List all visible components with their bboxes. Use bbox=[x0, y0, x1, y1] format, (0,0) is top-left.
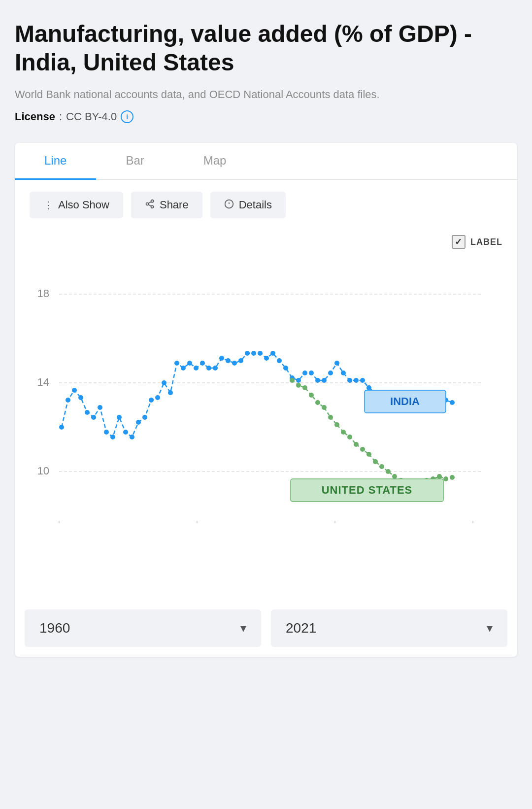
svg-point-37 bbox=[181, 366, 186, 371]
svg-point-30 bbox=[136, 420, 141, 425]
svg-point-47 bbox=[245, 351, 250, 356]
svg-point-62 bbox=[341, 371, 346, 375]
svg-point-46 bbox=[238, 358, 243, 363]
svg-point-107 bbox=[450, 475, 455, 480]
svg-point-60 bbox=[328, 371, 333, 375]
svg-point-52 bbox=[277, 358, 282, 363]
svg-point-98 bbox=[392, 474, 397, 479]
license-row: License : CC BY-4.0 i bbox=[15, 110, 517, 123]
also-show-button[interactable]: ⋮ Also Show bbox=[30, 192, 123, 218]
svg-point-97 bbox=[386, 469, 391, 474]
svg-point-95 bbox=[373, 459, 378, 464]
line-chart: 18 14 10 bbox=[30, 255, 502, 590]
svg-point-63 bbox=[347, 378, 352, 383]
details-label: Details bbox=[239, 199, 272, 211]
svg-point-65 bbox=[360, 378, 365, 383]
svg-point-61 bbox=[334, 361, 339, 366]
svg-point-94 bbox=[366, 452, 371, 457]
tab-line[interactable]: Line bbox=[15, 143, 96, 180]
tab-map[interactable]: Map bbox=[174, 143, 256, 180]
svg-point-38 bbox=[187, 361, 192, 366]
svg-text:10: 10 bbox=[37, 465, 49, 477]
svg-point-32 bbox=[149, 398, 154, 403]
details-icon bbox=[224, 199, 234, 211]
svg-point-26 bbox=[110, 435, 115, 439]
svg-line-3 bbox=[148, 204, 151, 206]
start-year-value: 1960 bbox=[39, 620, 70, 636]
svg-point-55 bbox=[296, 378, 301, 383]
details-button[interactable]: Details bbox=[210, 192, 286, 218]
svg-point-91 bbox=[347, 435, 352, 439]
svg-point-85 bbox=[309, 393, 314, 398]
svg-point-35 bbox=[168, 390, 173, 395]
end-year-select[interactable]: 2021 ▾ bbox=[271, 609, 507, 647]
svg-point-36 bbox=[174, 361, 179, 366]
svg-text:INDIA: INDIA bbox=[390, 395, 420, 407]
info-icon[interactable]: i bbox=[121, 110, 133, 123]
svg-point-89 bbox=[334, 422, 339, 427]
share-icon bbox=[145, 199, 155, 211]
page-subtitle: World Bank national accounts data, and O… bbox=[15, 86, 517, 102]
label-toggle: ✓ LABEL bbox=[452, 235, 502, 249]
also-show-label: Also Show bbox=[58, 199, 109, 211]
svg-point-96 bbox=[379, 464, 384, 469]
svg-point-39 bbox=[194, 366, 199, 371]
chart-card: Line Bar Map ⋮ Also Show Share Detai bbox=[15, 143, 517, 657]
svg-point-57 bbox=[309, 371, 314, 375]
also-show-icon: ⋮ bbox=[43, 199, 53, 211]
svg-line-4 bbox=[148, 202, 151, 203]
svg-point-24 bbox=[98, 405, 102, 410]
end-year-value: 2021 bbox=[286, 620, 316, 636]
svg-point-92 bbox=[354, 442, 359, 447]
svg-point-105 bbox=[437, 474, 442, 479]
svg-point-33 bbox=[155, 395, 160, 400]
start-year-arrow-icon: ▾ bbox=[240, 621, 246, 635]
svg-text:UNITED STATES: UNITED STATES bbox=[322, 484, 413, 496]
svg-point-19 bbox=[66, 398, 70, 403]
svg-point-43 bbox=[219, 356, 224, 361]
svg-text:18: 18 bbox=[37, 287, 49, 300]
svg-point-79 bbox=[450, 400, 455, 405]
svg-point-58 bbox=[315, 378, 320, 383]
svg-point-82 bbox=[290, 378, 295, 383]
svg-point-27 bbox=[117, 415, 122, 420]
svg-point-106 bbox=[443, 476, 448, 481]
tab-bar-chart[interactable]: Bar bbox=[96, 143, 173, 180]
svg-point-51 bbox=[270, 351, 275, 356]
svg-point-40 bbox=[200, 361, 205, 366]
svg-point-41 bbox=[206, 366, 211, 371]
svg-point-44 bbox=[226, 358, 231, 363]
svg-point-86 bbox=[315, 400, 320, 405]
start-year-select[interactable]: 1960 ▾ bbox=[25, 609, 261, 647]
svg-point-23 bbox=[91, 415, 96, 420]
svg-point-0 bbox=[151, 200, 153, 202]
svg-point-53 bbox=[283, 366, 288, 371]
toolbar: ⋮ Also Show Share Details bbox=[15, 180, 517, 230]
svg-point-45 bbox=[232, 361, 237, 366]
share-button[interactable]: Share bbox=[131, 192, 202, 218]
svg-point-25 bbox=[104, 430, 109, 435]
svg-point-88 bbox=[328, 415, 333, 420]
svg-point-66 bbox=[366, 385, 371, 390]
page-title: Manufacturing, value added (% of GDP) - … bbox=[15, 20, 517, 76]
svg-point-49 bbox=[258, 351, 263, 356]
svg-point-87 bbox=[322, 405, 327, 410]
svg-point-64 bbox=[354, 378, 359, 383]
svg-point-83 bbox=[296, 383, 301, 388]
end-year-arrow-icon: ▾ bbox=[487, 621, 493, 635]
svg-point-56 bbox=[302, 371, 307, 375]
svg-point-21 bbox=[78, 395, 83, 400]
svg-point-50 bbox=[264, 356, 269, 361]
svg-point-31 bbox=[142, 415, 147, 420]
checkbox-check-icon: ✓ bbox=[455, 236, 463, 247]
share-label: Share bbox=[160, 199, 189, 211]
chart-area: ✓ LABEL 18 14 10 bbox=[15, 230, 517, 600]
svg-point-28 bbox=[123, 430, 128, 435]
svg-point-84 bbox=[302, 385, 307, 390]
year-selectors: 1960 ▾ 2021 ▾ bbox=[15, 600, 517, 657]
label-checkbox[interactable]: ✓ bbox=[452, 235, 466, 249]
svg-point-20 bbox=[72, 388, 77, 393]
svg-point-34 bbox=[162, 380, 166, 385]
svg-text:14: 14 bbox=[37, 376, 49, 388]
svg-point-59 bbox=[322, 378, 327, 383]
